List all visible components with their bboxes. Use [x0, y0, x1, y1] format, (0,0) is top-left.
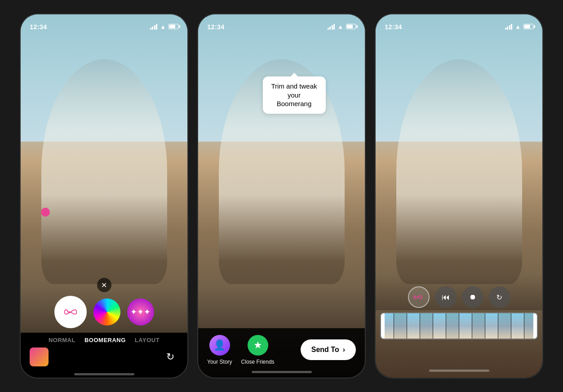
tooltip-bubble: Trim and tweak your Boomerang: [263, 76, 326, 114]
boomerang-close[interactable]: ✕: [97, 278, 111, 292]
close-friends-label: Close Friends: [241, 359, 275, 365]
timeline-frames: [381, 313, 537, 339]
battery-icon-3: [523, 24, 533, 29]
wifi-icon-3: ▲: [515, 23, 521, 30]
wifi-icon-2: ▲: [337, 23, 343, 30]
pink-accent: [41, 208, 50, 217]
tooltip-text: Trim and tweak your Boomerang: [271, 82, 317, 107]
effect-rewind[interactable]: ⏮: [435, 286, 457, 308]
close-friends-target[interactable]: ★ Close Friends: [241, 334, 275, 365]
your-story-label: Your Story: [207, 359, 232, 365]
effect-boomerang[interactable]: [408, 286, 430, 308]
send-to-arrow: ›: [343, 346, 345, 354]
colorful-option[interactable]: [93, 298, 120, 325]
close-friends-avatar: ★: [247, 334, 269, 356]
status-right-1: ▲: [150, 23, 178, 30]
boomerang-effect-icon: [413, 294, 424, 301]
status-bar-1: 12:34 ▲: [21, 14, 187, 34]
time-3: 12:34: [385, 23, 402, 31]
wifi-icon: ▲: [160, 23, 166, 30]
battery-icon-2: [346, 24, 356, 29]
your-story-target[interactable]: 👤 Your Story: [207, 334, 232, 365]
sparkle-option[interactable]: ✦✦✦: [127, 298, 154, 325]
mode-icons: ↻: [21, 347, 187, 371]
person-preview: [41, 59, 167, 284]
your-story-avatar: 👤: [208, 334, 231, 356]
effect-echo[interactable]: ↺: [489, 286, 510, 308]
status-right-2: ▲: [328, 23, 356, 30]
send-to-label: Send To: [311, 346, 339, 354]
timeline-handle-left[interactable]: [381, 313, 385, 339]
bottom-bar-1: NORMAL BOOMERANG LAYOUT ↻: [21, 333, 187, 378]
infinity-icon: [64, 307, 77, 316]
status-bar-3: 12:34 ▲: [376, 14, 542, 34]
share-targets: 👤 Your Story ★ Close Friends: [207, 334, 275, 365]
signal-icon-2: [328, 23, 335, 30]
person-preview-3: [396, 59, 522, 284]
send-to-button[interactable]: Send To ›: [301, 339, 356, 360]
boomerang-main-option[interactable]: [54, 296, 87, 328]
phone-3: 12:34 ▲ Done: [375, 13, 543, 379]
edit-controls: ⏮ ⏺ ↺: [376, 286, 542, 339]
home-indicator-2: [252, 371, 312, 373]
signal-icon: [150, 23, 158, 30]
home-indicator-1: [74, 373, 134, 375]
timeline-strip[interactable]: [380, 312, 538, 339]
battery-icon: [168, 24, 178, 29]
timeline-handle-right[interactable]: [533, 313, 537, 339]
boomerang-options: ✕ ✦✦✦: [21, 296, 187, 328]
signal-icon-3: [505, 23, 513, 30]
mode-selector: NORMAL BOOMERANG LAYOUT: [21, 333, 187, 347]
slowmo-icon: ⏺: [469, 293, 476, 301]
bottom-share: 👤 Your Story ★ Close Friends: [198, 328, 365, 378]
effect-buttons: ⏮ ⏺ ↺: [399, 286, 519, 308]
echo-icon: ↺: [497, 293, 502, 302]
status-right-3: ▲: [505, 23, 533, 30]
rewind-icon: ⏮: [442, 293, 450, 302]
mode-normal[interactable]: NORMAL: [49, 337, 75, 343]
time-2: 12:34: [207, 23, 224, 31]
phone-1: 12:34 ▲ ⚙: [20, 13, 188, 379]
sparkle-icon: ✦✦✦: [130, 307, 151, 317]
phone-2: 12:34 ▲ ✕: [197, 13, 366, 379]
mode-boomerang[interactable]: BOOMERANG: [84, 337, 126, 343]
home-indicator-3: [429, 370, 489, 372]
mode-layout[interactable]: LAYOUT: [135, 337, 160, 343]
status-bar-2: 12:34 ▲: [198, 14, 365, 34]
camera-flip-icon: ↻: [166, 351, 174, 363]
gallery-thumbnail[interactable]: [30, 347, 49, 366]
camera-flip-button[interactable]: ↻: [162, 349, 178, 365]
effect-slowmo[interactable]: ⏺: [462, 286, 483, 308]
time-1: 12:34: [30, 23, 47, 31]
